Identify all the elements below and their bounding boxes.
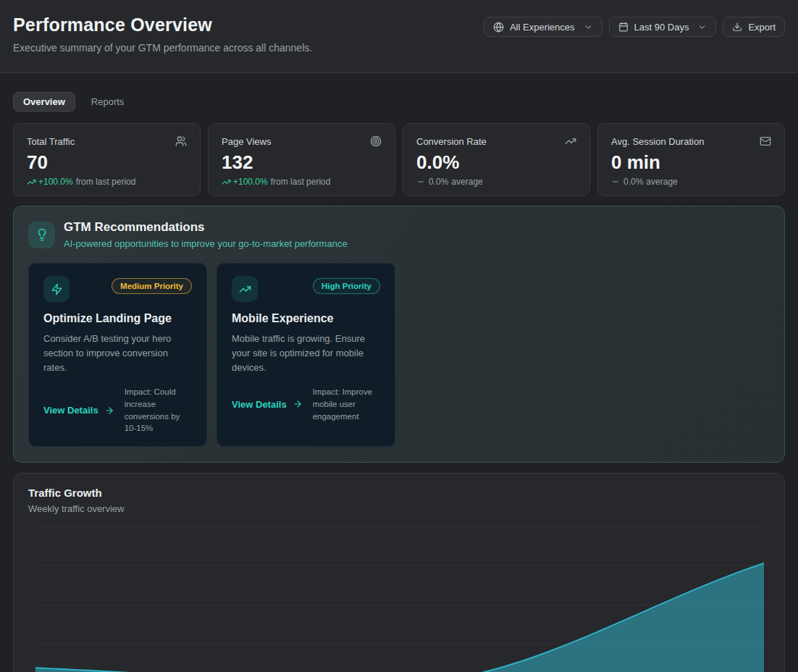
download-icon <box>732 22 742 32</box>
reco-subtitle: AI-powered opportunities to improve your… <box>64 238 348 249</box>
chevron-down-icon <box>584 22 593 32</box>
export-label: Export <box>748 22 776 33</box>
reco-card-mobile-experience: High Priority Mobile Experience Mobile t… <box>217 263 395 447</box>
stat-delta: +100.0% <box>27 177 73 187</box>
stat-delta-note: average <box>451 177 482 187</box>
priority-badge: Medium Priority <box>112 278 192 294</box>
stat-card-conversion-rate: Conversion Rate 0.0% 0.0% average <box>403 123 590 196</box>
stat-label: Total Traffic <box>27 136 75 147</box>
trend-up-icon <box>27 177 36 187</box>
mail-icon <box>760 135 771 147</box>
page-subtitle: Executive summary of your GTM performanc… <box>13 42 312 54</box>
gtm-recommendations-panel: GTM Recommendations AI-powered opportuni… <box>13 206 785 463</box>
stat-card-total-traffic: Total Traffic 70 +100.0% from last perio… <box>13 123 201 196</box>
stat-value: 70 <box>27 153 187 172</box>
view-details-link[interactable]: View Details <box>232 399 303 410</box>
stat-label: Page Views <box>222 136 271 147</box>
reco-title: GTM Recommendations <box>64 220 348 235</box>
experiences-label: All Experiences <box>510 22 575 33</box>
reco-card-description: Mobile traffic is growing. Ensure your s… <box>232 332 380 375</box>
area-chart-svg <box>35 524 764 672</box>
trending-up-icon <box>232 276 258 302</box>
stat-card-page-views: Page Views 132 +100.0% from last period <box>208 123 395 196</box>
tab-overview[interactable]: Overview <box>13 92 75 112</box>
stat-value: 132 <box>222 153 382 172</box>
stat-delta: 0.0% <box>416 177 448 187</box>
stat-delta: +100.0% <box>222 177 268 187</box>
impact-text: Impact: Improve mobile user engagement <box>313 386 380 422</box>
main-content: Overview Reports Total Traffic 70 +100.0… <box>0 73 798 672</box>
traffic-growth-card: Traffic Growth Weekly traffic overview I… <box>13 473 785 672</box>
stat-label: Conversion Rate <box>416 136 487 147</box>
header-controls: All Experiences Last 90 Days Export <box>484 17 785 37</box>
stat-value: 0.0% <box>416 153 576 172</box>
stat-delta-note: average <box>646 177 677 187</box>
chart-title: Traffic Growth <box>28 487 764 499</box>
chart-subtitle: Weekly traffic overview <box>28 503 764 514</box>
stat-delta-note: from last period <box>76 177 136 187</box>
stats-grid: Total Traffic 70 +100.0% from last perio… <box>13 123 785 196</box>
reco-head-text: GTM Recommendations AI-powered opportuni… <box>64 220 348 249</box>
page-title: Performance Overview <box>13 14 312 35</box>
priority-badge: High Priority <box>313 278 380 294</box>
reco-card-optimize-landing: Medium Priority Optimize Landing Page Co… <box>28 263 207 447</box>
arrow-right-icon <box>293 399 303 409</box>
minus-icon <box>611 177 620 186</box>
reco-cards: Medium Priority Optimize Landing Page Co… <box>28 263 770 447</box>
calendar-icon <box>618 22 629 32</box>
lightbulb-icon <box>28 222 55 248</box>
reco-card-description: Consider A/B testing your hero section t… <box>43 332 192 375</box>
zap-icon <box>43 276 70 302</box>
view-details-link[interactable]: View Details <box>43 405 114 416</box>
globe-icon <box>493 22 504 33</box>
reco-card-title: Optimize Landing Page <box>43 312 192 325</box>
tab-bar: Overview Reports <box>13 92 785 112</box>
header-text: Performance Overview Executive summary o… <box>13 14 312 54</box>
traffic-area-chart[interactable] <box>35 524 764 672</box>
export-button[interactable]: Export <box>723 17 785 37</box>
arrow-right-icon <box>104 406 114 416</box>
reco-card-title: Mobile Experience <box>232 312 380 325</box>
tab-reports[interactable]: Reports <box>81 92 135 112</box>
stat-card-session-duration: Avg. Session Duration 0 min 0.0% average <box>597 123 785 196</box>
stat-label: Avg. Session Duration <box>611 136 704 147</box>
target-icon <box>370 135 382 147</box>
stat-value: 0 min <box>611 153 771 172</box>
trending-up-icon <box>565 135 576 147</box>
date-range-dropdown[interactable]: Last 90 Days <box>609 17 717 37</box>
impact-text: Impact: Could increase conversions by 10… <box>125 386 192 434</box>
page-header: Performance Overview Executive summary o… <box>0 0 798 73</box>
users-icon <box>175 135 187 147</box>
date-range-label: Last 90 Days <box>634 22 689 33</box>
experiences-dropdown[interactable]: All Experiences <box>484 17 602 37</box>
minus-icon <box>416 177 425 186</box>
stat-delta-note: from last period <box>271 177 331 187</box>
trend-up-icon <box>222 177 231 187</box>
stat-delta: 0.0% <box>611 177 643 187</box>
chevron-down-icon <box>697 22 707 32</box>
